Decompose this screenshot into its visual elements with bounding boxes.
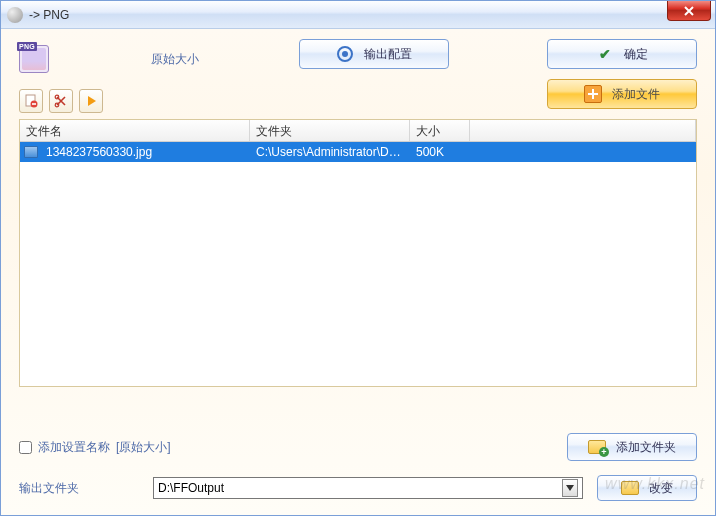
titlebar: -> PNG xyxy=(1,1,715,29)
cell-folder: C:\Users\Administrator\Des... xyxy=(250,145,410,159)
output-folder-label: 输出文件夹 xyxy=(19,480,139,497)
play-icon xyxy=(84,94,98,108)
table-header: 文件名 文件夹 大小 xyxy=(20,120,696,142)
table-row[interactable]: 1348237560330.jpg C:\Users\Administrator… xyxy=(20,142,696,162)
play-button[interactable] xyxy=(79,89,103,113)
add-setting-checkbox[interactable] xyxy=(19,441,32,454)
add-setting-row: 添加设置名称 [原始大小] 添加文件夹 xyxy=(19,433,697,461)
ok-button[interactable]: ✔ 确定 xyxy=(547,39,697,69)
combo-dropdown-button[interactable] xyxy=(562,479,578,497)
output-config-button[interactable]: 输出配置 xyxy=(299,39,449,69)
output-folder-value: D:\FFOutput xyxy=(158,481,562,495)
header-spacer xyxy=(470,120,696,141)
chevron-down-icon xyxy=(566,485,574,491)
output-config-label: 输出配置 xyxy=(364,46,412,63)
cut-button[interactable] xyxy=(49,89,73,113)
add-file-label: 添加文件 xyxy=(612,86,660,103)
output-folder-combo[interactable]: D:\FFOutput xyxy=(153,477,583,499)
change-label: 改变 xyxy=(649,480,673,497)
plus-icon xyxy=(584,85,602,103)
svg-marker-5 xyxy=(88,96,96,106)
cell-size: 500K xyxy=(410,145,470,159)
file-table: 文件名 文件夹 大小 1348237560330.jpg C:\Users\Ad… xyxy=(19,119,697,387)
image-file-icon xyxy=(24,146,38,158)
check-icon: ✔ xyxy=(596,45,614,63)
close-icon xyxy=(684,6,694,16)
scissors-icon xyxy=(54,94,68,108)
add-file-button[interactable]: 添加文件 xyxy=(547,79,697,109)
window-title: -> PNG xyxy=(29,8,69,22)
client-area: 原始大小 输出配置 ✔ 确定 添加文件 xyxy=(1,29,715,515)
output-folder-row: 输出文件夹 D:\FFOutput 改变 xyxy=(19,475,697,501)
close-button[interactable] xyxy=(667,1,711,21)
folder-plus-icon xyxy=(588,438,606,456)
remove-button[interactable] xyxy=(19,89,43,113)
add-setting-label: 添加设置名称 xyxy=(38,439,110,456)
change-button[interactable]: 改变 xyxy=(597,475,697,501)
original-size-label: 原始大小 xyxy=(151,51,199,68)
header-filename[interactable]: 文件名 xyxy=(20,120,250,141)
png-format-icon xyxy=(19,45,49,73)
folder-icon xyxy=(621,479,639,497)
remove-icon xyxy=(24,94,38,108)
right-button-column: ✔ 确定 添加文件 xyxy=(547,39,697,109)
ok-label: 确定 xyxy=(624,46,648,63)
setting-value: [原始大小] xyxy=(116,439,171,456)
svg-rect-2 xyxy=(32,103,36,105)
add-folder-button[interactable]: 添加文件夹 xyxy=(567,433,697,461)
add-folder-label: 添加文件夹 xyxy=(616,439,676,456)
svg-marker-6 xyxy=(566,485,574,491)
header-folder[interactable]: 文件夹 xyxy=(250,120,410,141)
bottom-panel: 添加设置名称 [原始大小] 添加文件夹 输出文件夹 D:\FFOutput xyxy=(19,433,697,501)
app-icon xyxy=(7,7,23,23)
gear-icon xyxy=(336,45,354,63)
app-window: -> PNG 原始大小 输出配置 ✔ 确定 添加文件 xyxy=(0,0,716,516)
header-size[interactable]: 大小 xyxy=(410,120,470,141)
cell-filename: 1348237560330.jpg xyxy=(40,145,250,159)
